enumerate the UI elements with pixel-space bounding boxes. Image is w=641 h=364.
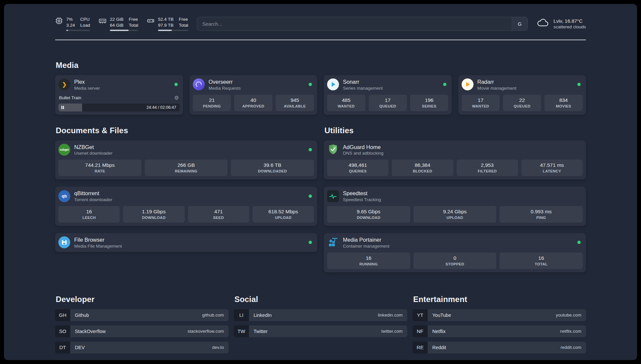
search-provider-button[interactable]: G xyxy=(512,17,528,30)
status-dot xyxy=(577,83,581,86)
service-link-radarr[interactable]: Radarr Movie management xyxy=(462,78,583,91)
bookmark-netflix[interactable]: NF Netflix netflix.com xyxy=(412,325,586,337)
stat-label: SERIES xyxy=(412,104,447,108)
cpu-load-value: 3.24 xyxy=(66,22,75,28)
memory-progressbar xyxy=(110,30,138,31)
service-desc: DNS and adblocking xyxy=(343,151,583,156)
cpu-progressbar xyxy=(66,30,90,31)
stat-value: 471 xyxy=(189,209,248,215)
section-media: Media ❯ Plex Media server Bullet Tr xyxy=(55,61,586,115)
stat-tile: 498,461 QUERIES xyxy=(327,160,388,176)
service-link-nzbget[interactable]: nzbget NZBGet Usenet downloader xyxy=(58,144,314,156)
bookmark-stackoverflow[interactable]: SO StackOverflow stackoverflow.com xyxy=(55,325,229,337)
stat-tile: 16 LEECH xyxy=(58,206,120,223)
stat-tile: 40 APPROVED xyxy=(234,95,272,111)
stat-tile: 945 AVAILABLE xyxy=(276,95,314,111)
cloud-icon xyxy=(536,18,550,29)
service-link-sonarr[interactable]: Sonarr Series management xyxy=(327,78,448,91)
bookmark-youtube[interactable]: YT YouTube youtube.com xyxy=(412,309,586,321)
plex-now-playing: Bullet Train ⚙ 24:44 / 02:06:47 xyxy=(58,95,180,111)
stat-value: 498,461 xyxy=(328,162,387,168)
stat-label: DOWNLOAD xyxy=(124,216,183,220)
stat-tile: 16 TOTAL xyxy=(500,253,583,269)
stat-label: APPROVED xyxy=(235,104,271,108)
overseerr-icon xyxy=(193,78,205,90)
stat-value: 744.21 Mbps xyxy=(60,162,140,168)
bookmark-name: Netflix xyxy=(432,329,445,334)
service-card-filebrowser: File Browser Media File Management xyxy=(55,233,317,252)
bookmark-dev[interactable]: DT DEV dev.to xyxy=(55,342,229,353)
service-link-filebrowser[interactable]: File Browser Media File Management xyxy=(58,236,314,249)
disk-progressbar xyxy=(158,30,188,31)
service-desc: Torrent downloader xyxy=(74,197,305,202)
cpu-progress-fill xyxy=(66,30,68,31)
search-input[interactable] xyxy=(197,17,512,30)
stat-tile: 266 GB REMAINING xyxy=(145,160,228,176)
stat-tile: 9.65 Gbps DOWNLOAD xyxy=(327,206,410,223)
stat-value: 86,384 xyxy=(393,162,452,168)
cpu-icon xyxy=(55,17,63,26)
service-link-portainer[interactable]: Media Portainer Container management xyxy=(327,236,583,249)
bookmark-abbr: DT xyxy=(55,342,70,353)
playback-progressbar[interactable]: 24:44 / 02:06:47 xyxy=(58,104,180,111)
plex-icon: ❯ xyxy=(58,78,70,90)
status-dot xyxy=(309,195,312,198)
stat-tile: 21 PENDING xyxy=(193,95,231,111)
stat-value: 0.993 ms xyxy=(501,209,581,215)
bookmark-github[interactable]: GH Github github.com xyxy=(55,309,229,321)
qbittorrent-icon: qb xyxy=(58,190,70,202)
pause-icon[interactable] xyxy=(61,106,64,109)
stat-tile: 2,953 FILTERED xyxy=(457,160,518,176)
stat-label: BLOCKED xyxy=(393,169,452,173)
stat-value: 485 xyxy=(328,97,364,103)
cpu-usage: 7% xyxy=(66,16,75,22)
stat-label: PENDING xyxy=(194,104,230,108)
section-utilities: Utilities AdGuard Home DNS and adblockin… xyxy=(324,126,586,272)
bookmarks-entertainment: Entertainment YT YouTube youtube.com NF … xyxy=(412,295,586,358)
service-desc: Movie management xyxy=(477,86,574,91)
service-link-plex[interactable]: ❯ Plex Media server xyxy=(58,78,180,91)
service-name: Overseerr xyxy=(209,78,305,85)
service-name: File Browser xyxy=(74,236,305,243)
stat-tile: 9.24 Gbps UPLOAD xyxy=(413,206,497,223)
stat-tile: 471 SEED xyxy=(188,206,249,223)
stat-label: QUERIES xyxy=(328,169,387,173)
section-title-social: Social xyxy=(234,295,407,304)
bookmark-reddit[interactable]: RE Reddit reddit.com xyxy=(412,342,586,353)
stat-tile: 39.6 TB DOWNLOADED xyxy=(231,160,314,176)
service-link-qbittorrent[interactable]: qb qBittorrent Torrent downloader xyxy=(58,190,314,202)
status-dot xyxy=(174,83,178,86)
stat-value: 47.571 ms xyxy=(523,162,581,168)
status-dot xyxy=(309,83,312,86)
status-dot xyxy=(309,241,312,244)
bookmark-twitter[interactable]: TW Twitter twitter.com xyxy=(234,325,407,337)
gear-icon[interactable]: ⚙ xyxy=(174,95,179,101)
bookmark-name: LinkedIn xyxy=(254,313,272,318)
stat-label: PING xyxy=(501,216,581,220)
bookmark-name: Twitter xyxy=(254,329,268,334)
stat-label: AVAILABLE xyxy=(277,104,313,108)
bookmark-name: Reddit xyxy=(432,345,446,350)
service-name: Media Portainer xyxy=(343,236,573,243)
section-title-media: Media xyxy=(56,61,586,70)
service-link-adguard[interactable]: AdGuard Home DNS and adblocking xyxy=(327,144,583,156)
stat-value: 9.24 Gbps xyxy=(415,209,495,215)
stat-label: WANTED xyxy=(328,104,364,108)
service-link-overseerr[interactable]: Overseerr Media Requests xyxy=(193,78,314,91)
service-link-speedtest[interactable]: Speedtest Speedtest Tracking xyxy=(327,190,583,202)
dashboard: 7% 3.24 CPU Load xyxy=(4,4,637,360)
bookmark-abbr: GH xyxy=(55,309,70,321)
stat-value: 9.65 Gbps xyxy=(328,209,409,215)
stat-value: 266 GB xyxy=(146,162,227,168)
status-dot xyxy=(309,148,312,151)
status-dot xyxy=(577,241,581,244)
stat-label: UPLOAD xyxy=(254,216,313,220)
section-title-entertainment: Entertainment xyxy=(413,295,586,304)
bookmark-abbr: NF xyxy=(412,325,428,337)
cpu-widget: 7% 3.24 CPU Load xyxy=(55,16,90,31)
bookmark-name: DEV xyxy=(75,345,85,350)
bookmark-linkedin[interactable]: LI LinkedIn linkedin.com xyxy=(234,309,407,321)
stat-label: TOTAL xyxy=(501,262,581,266)
bookmark-url: reddit.com xyxy=(561,345,581,350)
section-title-utilities: Utilities xyxy=(324,126,586,135)
